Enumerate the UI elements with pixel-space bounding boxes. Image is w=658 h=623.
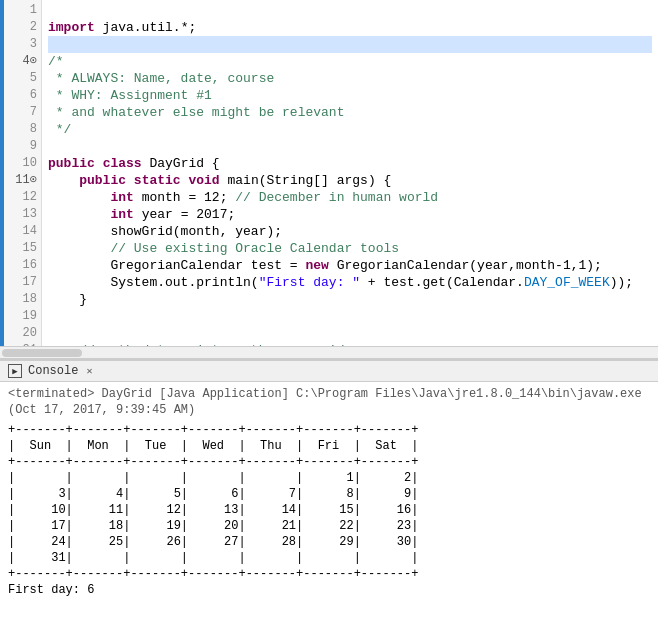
code-line-20 xyxy=(48,325,652,342)
code-line-13: int year = 2017; xyxy=(48,206,652,223)
code-line-8: */ xyxy=(48,121,652,138)
line-number-4: 4⊙ xyxy=(8,53,37,70)
line-number-8: 8 xyxy=(8,121,37,138)
left-border xyxy=(0,0,4,346)
code-line-21: // method to print month as a grid xyxy=(48,342,652,346)
line-number-15: 15 xyxy=(8,240,37,257)
line-number-7: 7 xyxy=(8,104,37,121)
console-close-button[interactable]: ✕ xyxy=(86,365,92,377)
line-number-21: 21 xyxy=(8,342,37,346)
code-editor[interactable]: 1234⊙567891011⊙1213141516171819202122⊙23… xyxy=(0,0,658,360)
line-number-6: 6 xyxy=(8,87,37,104)
console-icon: ▶ xyxy=(8,364,22,378)
line-number-2: 2 xyxy=(8,19,37,36)
line-number-20: 20 xyxy=(8,325,37,342)
code-line-15: // Use existing Oracle Calendar tools xyxy=(48,240,652,257)
line-number-17: 17 xyxy=(8,274,37,291)
console-header: ▶ Console ✕ xyxy=(0,360,658,382)
console-title: Console xyxy=(28,364,78,378)
code-line-2: import java.util.*; xyxy=(48,19,652,36)
line-number-10: 10 xyxy=(8,155,37,172)
scrollbar-thumb[interactable] xyxy=(2,349,82,357)
line-number-18: 18 xyxy=(8,291,37,308)
code-line-3 xyxy=(48,36,652,53)
line-number-11: 11⊙ xyxy=(8,172,37,189)
console-area: ▶ Console ✕ <terminated> DayGrid [Java A… xyxy=(0,360,658,623)
code-content[interactable]: import java.util.*; /* * ALWAYS: Name, d… xyxy=(42,0,658,346)
horizontal-scrollbar[interactable] xyxy=(0,346,658,358)
line-number-12: 12 xyxy=(8,189,37,206)
code-line-14: showGrid(month, year); xyxy=(48,223,652,240)
code-line-4: /* xyxy=(48,53,652,70)
console-terminated: <terminated> DayGrid [Java Application] … xyxy=(8,386,650,418)
code-line-17: System.out.println("First day: " + test.… xyxy=(48,274,652,291)
line-number-13: 13 xyxy=(8,206,37,223)
line-number-3: 3 xyxy=(8,36,37,53)
code-line-10: public class DayGrid { xyxy=(48,155,652,172)
line-number-14: 14 xyxy=(8,223,37,240)
console-body: <terminated> DayGrid [Java Application] … xyxy=(0,382,658,623)
line-number-9: 9 xyxy=(8,138,37,155)
line-number-5: 5 xyxy=(8,70,37,87)
code-line-9 xyxy=(48,138,652,155)
code-line-11: public static void main(String[] args) { xyxy=(48,172,652,189)
code-line-5: * ALWAYS: Name, date, course xyxy=(48,70,652,87)
code-line-12: int month = 12; // December in human wor… xyxy=(48,189,652,206)
code-line-7: * and whatever else might be relevant xyxy=(48,104,652,121)
line-number-19: 19 xyxy=(8,308,37,325)
code-line-16: GregorianCalendar test = new GregorianCa… xyxy=(48,257,652,274)
code-line-18: } xyxy=(48,291,652,308)
code-line-1 xyxy=(48,2,652,19)
line-number-16: 16 xyxy=(8,257,37,274)
code-line-6: * WHY: Assignment #1 xyxy=(48,87,652,104)
line-number-1: 1 xyxy=(8,2,37,19)
code-line-19 xyxy=(48,308,652,325)
console-output: +-------+-------+-------+-------+-------… xyxy=(8,422,650,598)
line-numbers: 1234⊙567891011⊙1213141516171819202122⊙23 xyxy=(4,0,42,346)
